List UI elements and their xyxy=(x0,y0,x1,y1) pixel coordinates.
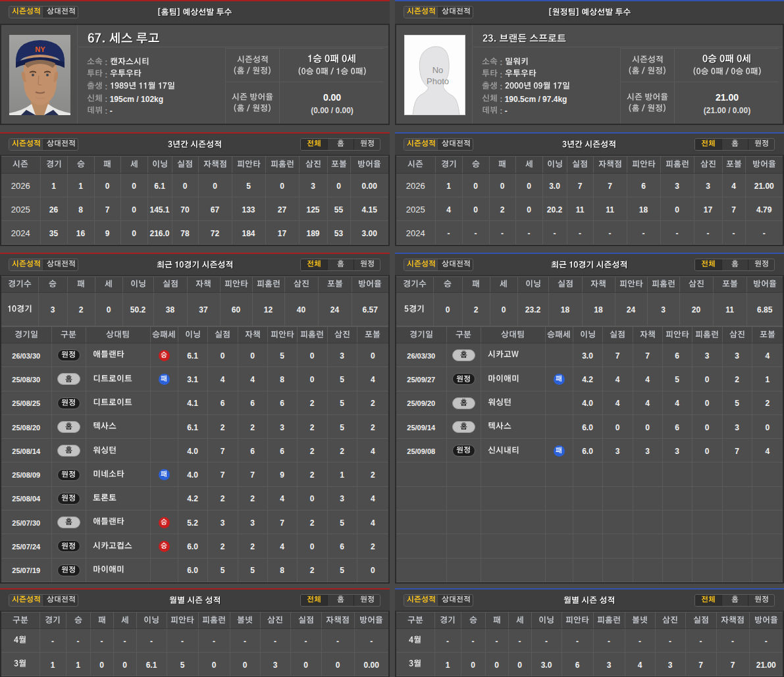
svg-text:NY: NY xyxy=(35,45,45,53)
svg-text:No: No xyxy=(432,65,444,75)
svg-text:Photo: Photo xyxy=(427,76,449,86)
